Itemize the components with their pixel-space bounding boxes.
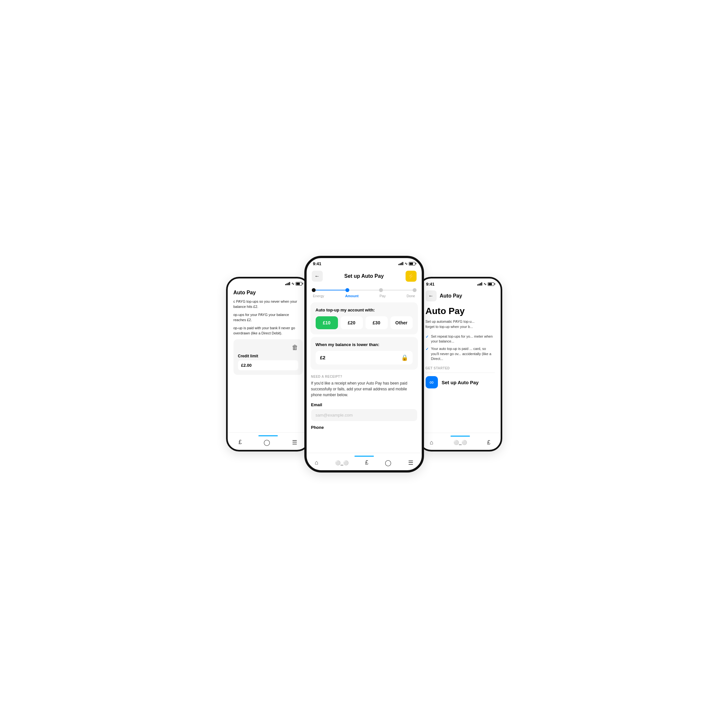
autopay-desc: Set up automatic PAYG top-u...forget to … [426,319,495,330]
right-nav-activity[interactable]: ⚪⎯⚪ [453,440,467,445]
center-title: Set up Auto Pay [344,273,384,279]
get-started-label: GET STARTED [426,366,495,370]
center-header: ← Set up Auto Pay ⚡ [307,268,422,284]
left-bottom-nav: £ ◯ ☰ [228,439,309,446]
email-label: Email [311,402,417,407]
right-bottom-bar: ⌂ ⚪⎯⚪ £ [420,433,501,450]
right-status-bar: 9:41 ∿ [420,278,501,288]
center-status-icons: ∿ [398,262,415,266]
receipt-label: NEED A RECEIPT? [311,375,417,378]
progress-container: Energy Amount Pay Done [307,284,422,300]
center-nav-menu[interactable]: ☰ [408,459,413,466]
autopay-heading: Auto Pay [426,306,495,316]
center-bottom-bar: ⌂ ⚪⎯⚪ £ ◯ ☰ [307,453,422,470]
topup-card: Auto top-up my account with: £10 £20 £30… [310,302,418,334]
phone-label: Phone [311,425,417,430]
right-signal-icon [477,282,482,286]
center-bottom-nav: ⌂ ⚪⎯⚪ £ ◯ ☰ [307,459,422,466]
balance-card: When my balance is lower than: £2 🔒 [310,337,418,370]
setup-btn-icon: ∞ [426,376,438,388]
center-status-bar: 9:41 ∿ [307,258,422,268]
center-nav-pound[interactable]: £ [365,459,369,466]
receipt-section: NEED A RECEIPT? If you'd like a receipt … [307,372,422,434]
right-battery-icon [488,282,494,286]
lightning-button[interactable]: ⚡ [405,271,416,282]
center-bottom-indicator [355,456,374,457]
balance-card-title: When my balance is lower than: [316,342,413,347]
right-wifi-icon: ∿ [483,282,486,286]
amount-btn-10[interactable]: £10 [316,316,338,329]
phone-left: ∿ Auto Pay c PAYG top-ups so you never w… [226,277,310,451]
center-nav-home[interactable]: ⌂ [315,459,318,466]
left-status-icons: ∿ [285,282,302,286]
email-input[interactable]: sam@example.com [311,409,417,421]
amount-options: £10 £20 £30 Other [316,316,413,329]
step-dot-energy [312,288,316,292]
step-label-energy: Energy [313,294,324,298]
left-body3: op-up is paid with your bank ll never go… [234,325,303,336]
trash-icon[interactable]: 🗑 [238,344,298,351]
left-bottom-bar: £ ◯ ☰ [228,433,309,450]
check-mark-1: ✓ [426,334,428,339]
step-label-done: Done [407,294,415,298]
left-status-bar: ∿ [228,278,309,287]
balance-value: £2 [320,355,326,360]
lightning-icon: ⚡ [407,273,414,280]
signal-icon [285,282,290,285]
right-back-button[interactable]: ← [426,291,437,301]
right-page-title: Auto Pay [440,293,462,299]
topup-card-title: Auto top-up my account with: [316,307,413,312]
center-signal-icon [398,262,403,265]
step-dot-amount [346,288,349,292]
center-battery-icon [409,262,415,266]
amount-btn-20[interactable]: £20 [341,316,363,329]
infinity-icon: ∞ [430,379,434,386]
right-bottom-indicator [451,436,470,437]
right-nav-home[interactable]: ⌂ [430,439,433,446]
setup-autopay-button[interactable]: ∞ Set up Auto Pay [426,376,495,388]
amount-btn-30[interactable]: £30 [366,316,388,329]
right-header-row: ← Auto Pay [426,288,495,306]
nav-icon-pound[interactable]: £ [239,439,242,446]
back-button[interactable]: ← [312,271,323,282]
step-dot-pay [379,288,383,292]
center-nav-activity[interactable]: ⚪⎯⚪ [335,460,349,465]
center-time: 9:41 [313,261,321,266]
amount-btn-other[interactable]: Other [390,316,413,329]
phone-center: 9:41 ∿ ← Set up Auto Pay ⚡ [304,256,424,473]
center-nav-help[interactable]: ◯ [385,459,392,466]
left-body1: c PAYG top-ups so you never when your ba… [234,299,303,309]
right-time: 9:41 [426,282,435,286]
nav-icon-help[interactable]: ◯ [264,439,270,446]
progress-line [315,290,413,291]
balance-input-row: £2 🔒 [316,351,413,364]
check-item-1-text: Set repeat top-ups for yo... meter when … [431,334,495,344]
battery-icon [295,282,302,286]
check-mark-2: ✓ [426,347,428,352]
step-labels: Energy Amount Pay Done [312,294,416,298]
progress-line-fill [315,290,347,291]
phone-right: 9:41 ∿ ← Auto Pay Auto Pay Set up autom [418,277,502,451]
nav-icon-menu[interactable]: ☰ [292,439,297,446]
progress-track [312,288,416,292]
scene: ∿ Auto Pay c PAYG top-ups so you never w… [186,256,542,473]
check-item-2-text: Your auto top-up is paid ... card, so yo… [431,346,495,361]
left-page-title: Auto Pay [234,287,303,299]
setup-btn-label: Set up Auto Pay [442,380,479,385]
right-bottom-nav: ⌂ ⚪⎯⚪ £ [420,439,501,446]
step-label-amount: Amount [345,294,359,298]
right-nav-pound[interactable]: £ [487,439,490,446]
left-body2: op-ups for your PAYG your balance reache… [234,312,303,323]
center-wifi-icon: ∿ [405,262,407,266]
check-item-1: ✓ Set repeat top-ups for yo... meter whe… [426,334,495,344]
left-phone-content: Auto Pay c PAYG top-ups so you never whe… [228,287,309,451]
receipt-desc: If you'd like a receipt when your Auto P… [311,380,417,398]
left-bottom-indicator [258,435,278,436]
left-card-value: £2.00 [238,360,298,370]
step-dot-done [413,288,416,292]
left-card: 🗑 Credit limit £2.00 [234,339,303,375]
wifi-icon: ∿ [291,282,294,286]
right-phone-content: ← Auto Pay Auto Pay Set up automatic PAY… [420,288,501,451]
right-status-icons: ∿ [477,282,494,286]
divider [426,373,495,373]
